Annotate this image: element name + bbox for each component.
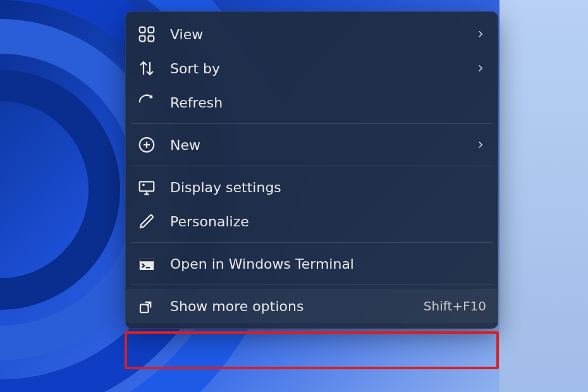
menu-item-label: Open in Windows Terminal (170, 256, 486, 272)
personalize-icon (137, 212, 156, 231)
menu-divider (131, 242, 493, 243)
menu-item-sort-by[interactable]: Sort by (126, 51, 498, 85)
chevron-right-icon (475, 28, 486, 40)
menu-divider (131, 123, 493, 124)
menu-item-label: Refresh (170, 95, 486, 111)
svg-rect-3 (149, 36, 154, 42)
desktop-context-menu: View Sort by Refresh New Disp (125, 11, 498, 329)
svg-rect-9 (140, 181, 154, 191)
new-icon (137, 135, 156, 154)
menu-divider (131, 285, 493, 285)
refresh-icon (137, 93, 156, 112)
menu-item-display-settings[interactable]: Display settings (126, 170, 498, 204)
menu-item-refresh[interactable]: Refresh (126, 85, 498, 119)
menu-item-new[interactable]: New (126, 128, 498, 162)
svg-rect-2 (140, 36, 145, 42)
svg-rect-0 (140, 27, 145, 33)
menu-item-label: View (170, 27, 475, 42)
svg-point-12 (142, 183, 145, 186)
svg-rect-14 (140, 258, 154, 261)
menu-item-label: Show more options (170, 298, 416, 314)
menu-divider (131, 166, 493, 166)
menu-item-label: New (170, 137, 475, 153)
menu-item-windows-terminal[interactable]: Open in Windows Terminal (126, 247, 498, 281)
chevron-right-icon (475, 139, 486, 150)
menu-item-label: Personalize (170, 214, 486, 230)
terminal-icon (137, 254, 156, 273)
svg-rect-1 (149, 27, 154, 33)
menu-item-label: Display settings (170, 180, 486, 195)
chevron-right-icon (475, 63, 486, 74)
menu-item-view[interactable]: View (126, 17, 498, 51)
show-more-options-icon (137, 297, 156, 315)
keyboard-shortcut: Shift+F10 (424, 298, 486, 314)
menu-item-label: Sort by (170, 61, 475, 77)
sort-icon (137, 59, 156, 78)
display-settings-icon (137, 178, 156, 197)
menu-item-personalize[interactable]: Personalize (126, 204, 498, 238)
view-icon (137, 25, 156, 44)
menu-item-show-more-options[interactable]: Show more options Shift+F10 (126, 289, 498, 323)
